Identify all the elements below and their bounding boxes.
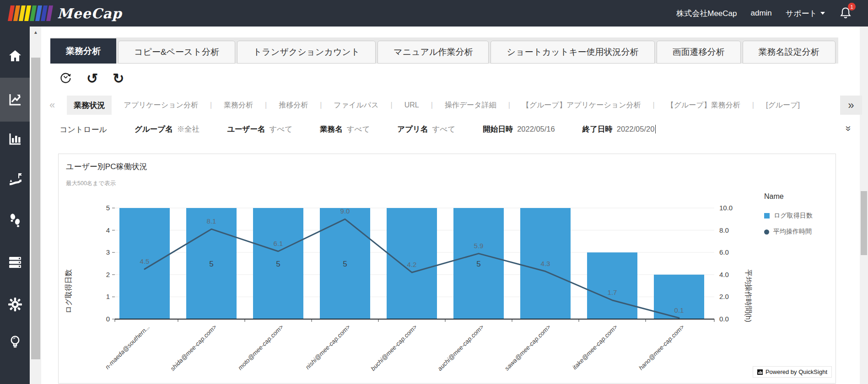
y-tick-label-left: 1 xyxy=(106,293,110,300)
main-tab-5[interactable]: 画面遷移分析 xyxy=(657,41,741,64)
meecap-logo[interactable]: MeeCap xyxy=(9,5,122,21)
quicksight-badge[interactable]: Powered by QuickSight xyxy=(753,366,832,378)
subtab-separator: | xyxy=(320,101,322,109)
line-value-label: 6.1 xyxy=(274,240,283,247)
bar-value-label: 5 xyxy=(476,260,480,268)
chart-legend: Name ログ取得日数 平均操作時間 xyxy=(764,192,833,244)
collapse-controls-icon[interactable]: » xyxy=(842,126,854,131)
y-tick-label-left: 2 xyxy=(106,271,110,278)
logo-text: MeeCap xyxy=(57,5,122,21)
sidebar-item-analysis[interactable] xyxy=(0,87,30,112)
sidebar-item-more[interactable] xyxy=(0,378,30,384)
text-cursor xyxy=(655,125,656,133)
sheet-tab-3[interactable]: 推移分析 xyxy=(279,101,308,110)
page-right-scrollbar[interactable] xyxy=(860,27,868,384)
filter-0[interactable]: グループ名※全社 xyxy=(135,124,199,134)
sheet-tab-4[interactable]: ファイルパス xyxy=(334,101,378,110)
chevron-left-icon[interactable]: « xyxy=(49,99,55,111)
filter-1[interactable]: ユーザー名すべて xyxy=(227,124,292,134)
line-value-label: 4.2 xyxy=(407,261,417,268)
sidebar-item-journey[interactable] xyxy=(0,166,30,192)
x-axis-label: shida@mee-cap.com> xyxy=(169,323,218,372)
y-tick-label-left: 0 xyxy=(106,315,110,323)
subtab-separator: | xyxy=(391,101,393,109)
sheet-tab-9[interactable]: [グループ] xyxy=(766,101,800,110)
filter-4[interactable]: 開始日時2022/05/16 xyxy=(483,124,555,134)
bar-7[interactable] xyxy=(587,252,637,319)
undo-icon[interactable]: ↺ xyxy=(86,72,98,85)
main-tab-1[interactable]: コピー&ペースト分析 xyxy=(118,41,235,64)
user-name[interactable]: admin xyxy=(750,9,771,18)
scroll-up-arrow-icon[interactable]: ▲ xyxy=(30,28,41,37)
main-tab-6[interactable]: 業務名設定分析 xyxy=(743,41,836,64)
main-tab-4[interactable]: ショートカットキー使用状況分析 xyxy=(491,41,654,64)
main-tab-2[interactable]: トランザクションカウント xyxy=(237,41,376,64)
combo-chart-plot: 55550123450.02.04.06.08.010.04.58.16.19.… xyxy=(59,154,836,383)
server-rows-icon xyxy=(8,256,22,269)
main-tab-3[interactable]: マニュアル作業分析 xyxy=(377,41,489,64)
filter-value[interactable]: すべて xyxy=(432,124,455,134)
filter-value[interactable]: すべて xyxy=(269,124,292,134)
line-value-label: 1.7 xyxy=(608,288,617,296)
line-value-label: 9.0 xyxy=(340,207,350,215)
legend-item-bar[interactable]: ログ取得日数 xyxy=(764,212,833,220)
legend-item-line[interactable]: 平均操作時間 xyxy=(764,228,833,236)
home-icon xyxy=(8,49,22,62)
filter-label: グループ名 xyxy=(135,124,173,134)
y-tick-label-right: 8.0 xyxy=(719,226,729,234)
filter-2[interactable]: 業務名すべて xyxy=(320,124,370,134)
notification-bell[interactable]: 1 xyxy=(839,6,852,20)
main-tab-0[interactable]: 業務分析 xyxy=(50,38,116,64)
left-axis-title: ログ取得日数 xyxy=(65,269,72,314)
filter-value[interactable]: 2022/05/20 xyxy=(617,125,656,133)
subtab-separator: | xyxy=(265,101,267,109)
legend-line-label: 平均操作時間 xyxy=(773,228,812,236)
journey-road-flag-icon xyxy=(8,171,22,186)
line-value-label: 4.5 xyxy=(140,257,150,265)
sidebar-item-home[interactable] xyxy=(0,43,30,69)
right-scrollbar-thumb[interactable] xyxy=(861,191,867,255)
filter-value[interactable]: すべて xyxy=(347,124,370,134)
content-left-scrollbar[interactable]: ▲ xyxy=(30,27,41,384)
pc-usage-chart-card: 55550123450.02.04.06.08.010.04.58.16.19.… xyxy=(58,154,836,384)
quicksight-icon xyxy=(757,369,763,375)
filter-5[interactable]: 終了日時2022/05/20 xyxy=(582,124,656,134)
chart-subtitle: 最大500名まで表示 xyxy=(66,180,116,187)
sidebar-item-data[interactable] xyxy=(0,250,30,275)
sheet-tab-8[interactable]: 【グループ】業務分析 xyxy=(667,101,740,110)
refresh-clock-icon[interactable] xyxy=(59,72,72,86)
line-chart-icon xyxy=(8,93,22,107)
line-value-label: 4.3 xyxy=(541,260,550,267)
filter-3[interactable]: アプリ名すべて xyxy=(397,124,455,134)
support-label: サポート xyxy=(786,8,817,19)
filter-value[interactable]: 2022/05/16 xyxy=(517,125,555,133)
filter-label: 開始日時 xyxy=(483,124,513,134)
filter-value[interactable]: ※全社 xyxy=(177,124,200,134)
lightbulb-icon xyxy=(9,335,22,350)
meecap-app: MeeCap 株式会社MeeCap admin サポート 1 xyxy=(0,0,868,384)
sidebar-item-steps[interactable] xyxy=(0,208,30,234)
sidebar-item-reports[interactable] xyxy=(0,126,30,152)
chart-toolbar: ↺ ↻ xyxy=(59,69,124,88)
chevron-right-icon: » xyxy=(848,99,854,112)
redo-icon[interactable]: ↻ xyxy=(113,72,124,85)
chevron-down-icon xyxy=(820,12,825,15)
sidebar-item-insights[interactable] xyxy=(0,330,30,355)
controls-title: コントロール xyxy=(59,124,107,135)
right-axis-title: 平均操作時間(h) xyxy=(744,269,752,322)
left-scrollbar-thumb[interactable] xyxy=(31,58,40,359)
sheet-tab-5[interactable]: URL xyxy=(404,101,419,109)
gear-icon xyxy=(8,297,22,312)
support-menu[interactable]: サポート xyxy=(786,8,825,19)
y-tick-label-left: 5 xyxy=(106,204,110,212)
line-value-label: 8.1 xyxy=(207,217,216,225)
sidebar-item-settings[interactable] xyxy=(0,292,30,317)
sheet-tab-0[interactable]: 業務状況 xyxy=(67,96,112,115)
sheet-tab-1[interactable]: アプリケーション分析 xyxy=(124,101,198,110)
y-tick-label-right: 10.0 xyxy=(719,204,733,212)
sheet-tab-6[interactable]: 操作データ詳細 xyxy=(445,101,496,110)
sheet-tabs-scroll-right[interactable]: » xyxy=(840,96,862,115)
sheet-tab-bar: «業務状況アプリケーション分析|業務分析|推移分析|ファイルパス|URL|操作デ… xyxy=(49,96,860,115)
sheet-tab-2[interactable]: 業務分析 xyxy=(224,101,253,110)
sheet-tab-7[interactable]: 【グループ】アプリケーション分析 xyxy=(522,101,641,110)
